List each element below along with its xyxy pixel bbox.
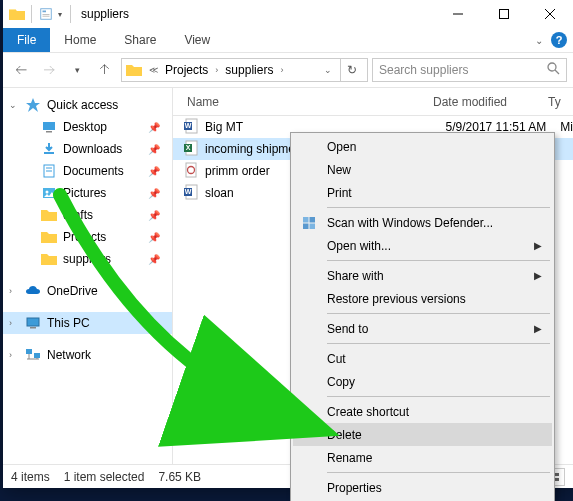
- minimize-button[interactable]: [435, 0, 481, 28]
- sidebar-item-label: drafts: [63, 208, 93, 222]
- qat-dropdown-icon[interactable]: ▾: [56, 10, 64, 19]
- address-folder-icon: [126, 62, 142, 78]
- chevron-right-icon[interactable]: ›: [9, 318, 12, 328]
- maximize-button[interactable]: [481, 0, 527, 28]
- context-menu: OpenNewPrintScan with Windows Defender..…: [290, 132, 555, 501]
- qat-properties-icon[interactable]: [38, 6, 54, 22]
- network-icon: [25, 347, 41, 363]
- sidebar-item-label: Documents: [63, 164, 124, 178]
- status-item-count: 4 items: [11, 470, 50, 484]
- column-header-date[interactable]: Date modified: [433, 95, 548, 109]
- sidebar-item-suppliers[interactable]: suppliers📌: [3, 248, 172, 270]
- menu-item-label: Rename: [327, 451, 372, 465]
- menu-separator: [327, 313, 550, 314]
- svg-rect-46: [303, 223, 309, 229]
- menu-item-label: Delete: [327, 428, 362, 442]
- menu-item-delete[interactable]: Delete: [293, 423, 552, 446]
- menu-item-open-with[interactable]: Open with...▶: [293, 234, 552, 257]
- svg-rect-19: [27, 318, 39, 326]
- chevron-right-icon[interactable]: ≪: [146, 65, 161, 75]
- menu-item-send-to[interactable]: Send to▶: [293, 317, 552, 340]
- excel-file-icon: X: [183, 140, 199, 159]
- address-dropdown-icon[interactable]: ⌄: [320, 65, 336, 75]
- chevron-right-icon[interactable]: ›: [277, 65, 286, 75]
- svg-point-8: [548, 63, 556, 71]
- sidebar-item-pictures[interactable]: Pictures📌: [3, 182, 172, 204]
- back-button[interactable]: 🡠: [9, 58, 33, 82]
- defender-icon: [301, 215, 317, 231]
- chevron-right-icon[interactable]: ›: [9, 350, 12, 360]
- chevron-down-icon[interactable]: ⌄: [9, 100, 17, 110]
- sidebar-item-label: Projects: [63, 230, 106, 244]
- titlebar: ▾ suppliers: [3, 0, 573, 28]
- window-folder-icon: [9, 6, 25, 22]
- menu-item-label: Restore previous versions: [327, 292, 466, 306]
- menu-item-print[interactable]: Print: [293, 181, 552, 204]
- sidebar-item-downloads[interactable]: Downloads📌: [3, 138, 172, 160]
- close-button[interactable]: [527, 0, 573, 28]
- menu-item-label: New: [327, 163, 351, 177]
- svg-rect-45: [310, 217, 316, 223]
- svg-text:W: W: [185, 122, 192, 129]
- svg-rect-13: [44, 152, 54, 154]
- svg-rect-21: [26, 349, 32, 354]
- menu-item-label: Send to: [327, 322, 368, 336]
- ribbon-tab-view[interactable]: View: [170, 28, 224, 52]
- this-pc-icon: [25, 315, 41, 331]
- navigation-bar: 🡠 🡢 ▾ 🡡 ≪ Projects › suppliers › ⌄ ↻ Sea…: [3, 53, 573, 88]
- desktop-icon: [41, 119, 57, 135]
- sidebar-item-drafts[interactable]: drafts📌: [3, 204, 172, 226]
- folder-icon: [41, 229, 57, 245]
- chevron-right-icon[interactable]: ›: [9, 286, 12, 296]
- ribbon-file-tab[interactable]: File: [3, 28, 50, 52]
- search-icon: [547, 62, 560, 78]
- menu-item-create-shortcut[interactable]: Create shortcut: [293, 400, 552, 423]
- address-bar[interactable]: ≪ Projects › suppliers › ⌄ ↻: [121, 58, 368, 82]
- menu-item-share-with[interactable]: Share with▶: [293, 264, 552, 287]
- menu-item-label: Scan with Windows Defender...: [327, 216, 493, 230]
- menu-item-copy[interactable]: Copy: [293, 370, 552, 393]
- ribbon-tab-share[interactable]: Share: [110, 28, 170, 52]
- sidebar-network[interactable]: › Network: [3, 344, 172, 366]
- ribbon-expand-icon[interactable]: ⌄: [535, 35, 543, 46]
- column-header-type[interactable]: Ty: [548, 95, 573, 109]
- sidebar-item-label: Desktop: [63, 120, 107, 134]
- svg-rect-20: [30, 327, 36, 329]
- menu-separator: [327, 260, 550, 261]
- pin-icon: 📌: [148, 166, 160, 177]
- svg-rect-47: [310, 223, 316, 229]
- sidebar-quick-access[interactable]: ⌄ Quick access: [3, 94, 172, 116]
- menu-item-scan-with-windows-defender[interactable]: Scan with Windows Defender...: [293, 211, 552, 234]
- menu-item-label: Print: [327, 186, 352, 200]
- search-input[interactable]: Search suppliers: [372, 58, 567, 82]
- menu-item-rename[interactable]: Rename: [293, 446, 552, 469]
- up-button[interactable]: 🡡: [93, 58, 117, 82]
- menu-item-restore-previous-versions[interactable]: Restore previous versions: [293, 287, 552, 310]
- column-header-name[interactable]: Name: [173, 95, 433, 109]
- sidebar-item-projects[interactable]: Projects📌: [3, 226, 172, 248]
- sidebar-onedrive[interactable]: › OneDrive: [3, 280, 172, 302]
- documents-icon: [41, 163, 57, 179]
- menu-item-label: Properties: [327, 481, 382, 495]
- svg-marker-10: [26, 98, 40, 112]
- chevron-right-icon[interactable]: ›: [212, 65, 221, 75]
- menu-separator: [327, 207, 550, 208]
- breadcrumb[interactable]: suppliers: [225, 63, 273, 77]
- history-dropdown[interactable]: ▾: [65, 58, 89, 82]
- menu-item-cut[interactable]: Cut: [293, 347, 552, 370]
- menu-item-properties[interactable]: Properties: [293, 476, 552, 499]
- menu-item-open[interactable]: Open: [293, 135, 552, 158]
- column-headers: Name Date modified Ty: [173, 88, 573, 116]
- svg-rect-12: [46, 131, 52, 133]
- ribbon-tab-home[interactable]: Home: [50, 28, 110, 52]
- sidebar-item-documents[interactable]: Documents📌: [3, 160, 172, 182]
- sidebar-item-desktop[interactable]: Desktop📌: [3, 116, 172, 138]
- refresh-button[interactable]: ↻: [340, 59, 363, 81]
- forward-button[interactable]: 🡢: [37, 58, 61, 82]
- help-icon[interactable]: ?: [551, 32, 567, 48]
- sidebar-this-pc[interactable]: › This PC: [3, 312, 172, 334]
- menu-item-new[interactable]: New: [293, 158, 552, 181]
- pictures-icon: [41, 185, 57, 201]
- breadcrumb[interactable]: Projects: [165, 63, 208, 77]
- sidebar-item-label: Downloads: [63, 142, 122, 156]
